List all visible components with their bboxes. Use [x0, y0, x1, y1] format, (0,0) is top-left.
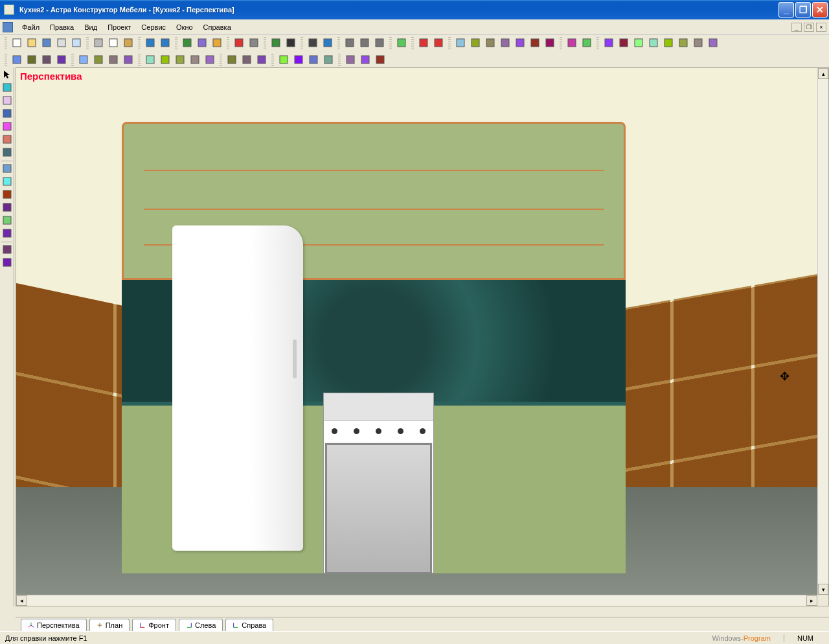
toolbar-view2-button[interactable] — [468, 36, 483, 51]
toolbar-zoom-fit-button[interactable] — [372, 36, 387, 51]
menu-file[interactable]: Файл — [17, 21, 45, 33]
toolbar-view6-button[interactable] — [528, 36, 542, 51]
toolbar-grid-button[interactable] — [180, 36, 194, 51]
view-tab-plan[interactable]: План — [89, 619, 130, 631]
toolbar-save-button[interactable] — [40, 36, 54, 51]
toolbar-sigma-button[interactable] — [284, 36, 298, 51]
toolbar-view4-button[interactable] — [498, 36, 512, 51]
toolbar-print-button[interactable] — [54, 36, 69, 51]
toolbar-ext3-button[interactable] — [173, 53, 187, 67]
toolbar-copy-button[interactable] — [106, 36, 120, 51]
maximize-button[interactable]: ❐ — [795, 2, 811, 17]
vtool-t-blue-button[interactable] — [0, 227, 14, 240]
toolbar-dim2-button[interactable] — [25, 53, 39, 67]
scroll-up-button[interactable]: ▴ — [818, 68, 828, 79]
toolbar-view5-button[interactable] — [513, 36, 527, 51]
toolbar-dim4-button[interactable] — [54, 53, 69, 67]
vtool-t-cyan-button[interactable] — [0, 214, 14, 227]
toolbar-fit1-button[interactable] — [225, 53, 239, 67]
mdi-restore-button[interactable]: ❐ — [804, 23, 814, 32]
toolbar-dimC-button[interactable] — [106, 53, 120, 67]
scroll-down-button[interactable]: ▾ — [818, 584, 828, 595]
toolbar-snap2-button[interactable] — [431, 36, 446, 51]
horizontal-scrollbar[interactable]: ◂ ▸ — [16, 595, 817, 606]
toolbar-help-button[interactable] — [321, 36, 335, 51]
toolbar-camera-button[interactable] — [306, 36, 320, 51]
toolbar-dimD-button[interactable] — [121, 53, 135, 67]
close-button[interactable]: ✕ — [812, 2, 828, 17]
mdi-close-button[interactable]: × — [816, 23, 826, 32]
view-tab-axes3d[interactable]: Перспектива — [21, 619, 87, 632]
toolbar-tool2-button[interactable] — [358, 53, 372, 67]
toolbar-view1-button[interactable] — [453, 36, 468, 51]
toolbar-fit2-button[interactable] — [240, 53, 254, 67]
vtool-t-red-button[interactable] — [0, 163, 14, 176]
vtool-scissors-button[interactable] — [0, 146, 14, 159]
vtool-select-button[interactable] — [0, 69, 14, 82]
vtool-point-button[interactable] — [0, 82, 14, 95]
toolbar-win2-button[interactable] — [617, 36, 631, 51]
toolbar-screw-red-button[interactable] — [232, 36, 246, 51]
toolbar-undo-button[interactable] — [143, 36, 157, 51]
toolbar-paste-button[interactable] — [121, 36, 135, 51]
toolbar-tool1-button[interactable] — [343, 53, 358, 67]
toolbar-fit3-button[interactable] — [255, 53, 269, 67]
toolbar-orbit-button[interactable] — [394, 36, 409, 51]
scroll-right-button[interactable]: ▸ — [806, 595, 817, 606]
menu-project[interactable]: Проект — [102, 21, 136, 33]
toolbar-zoom-out-button[interactable] — [358, 36, 372, 51]
toolbar-win1-button[interactable] — [602, 36, 616, 51]
vtool-measure2-button[interactable] — [0, 257, 14, 270]
menu-help[interactable]: Справка — [198, 21, 236, 33]
toolbar-screw-gray-button[interactable] — [247, 36, 261, 51]
menu-view[interactable]: Вид — [79, 21, 102, 33]
toolbar-new-button[interactable] — [10, 36, 24, 51]
toolbar-open-button[interactable] — [25, 36, 39, 51]
toolbar-win8-button[interactable] — [706, 36, 720, 51]
toolbar-ext5-button[interactable] — [203, 53, 217, 67]
toolbar-tool3-button[interactable] — [373, 53, 387, 67]
toolbar-prim-misc-button[interactable] — [321, 53, 335, 67]
view-tab-left[interactable]: Слева — [179, 619, 223, 631]
toolbar-win3-button[interactable] — [631, 36, 646, 51]
toolbar-render2-button[interactable] — [580, 36, 594, 51]
menu-window[interactable]: Окно — [171, 21, 198, 33]
mdi-minimize-button[interactable]: _ — [791, 23, 802, 32]
vtool-measure1-button[interactable] — [0, 244, 14, 257]
toolbar-dim1-button[interactable] — [10, 53, 24, 67]
toolbar-dimB-button[interactable] — [91, 53, 106, 67]
toolbar-redo-button[interactable] — [158, 36, 172, 51]
toolbar-prim-box-button[interactable] — [277, 53, 291, 67]
toolbar-snap1-button[interactable] — [416, 36, 431, 51]
menu-edit[interactable]: Правка — [45, 21, 79, 33]
toolbar-win5-button[interactable] — [661, 36, 676, 51]
view-tab-right[interactable]: Справа — [225, 619, 273, 631]
vtool-rect-button[interactable] — [0, 95, 14, 108]
toolbar-win7-button[interactable] — [691, 36, 705, 51]
toolbar-ext2-button[interactable] — [158, 53, 172, 67]
scroll-left-button[interactable]: ◂ — [16, 595, 27, 606]
toolbar-prim-cyl-button[interactable] — [291, 53, 306, 67]
toolbar-win4-button[interactable] — [646, 36, 661, 51]
toolbar-layers-button[interactable] — [195, 36, 209, 51]
toolbar-prim-cone-button[interactable] — [306, 53, 321, 67]
vertical-scrollbar[interactable]: ▴ ▾ — [817, 68, 828, 595]
toolbar-color-button[interactable] — [210, 36, 224, 51]
toolbar-view3-button[interactable] — [483, 36, 497, 51]
view-tab-front[interactable]: Фронт — [132, 619, 176, 631]
toolbar-cut-button[interactable] — [91, 36, 106, 51]
vtool-t-orange-button[interactable] — [0, 176, 14, 189]
vtool-line-button[interactable] — [0, 133, 14, 146]
toolbar-ext4-button[interactable] — [188, 53, 202, 67]
toolbar-render1-button[interactable] — [565, 36, 579, 51]
viewport-canvas[interactable]: ✥ — [16, 68, 828, 606]
toolbar-win6-button[interactable] — [676, 36, 690, 51]
toolbar-dim3-button[interactable] — [40, 53, 54, 67]
vtool-t-green-button[interactable] — [0, 201, 14, 214]
toolbar-view7-button[interactable] — [543, 36, 557, 51]
vtool-oval-button[interactable] — [0, 121, 14, 133]
minimize-button[interactable]: _ — [778, 2, 794, 17]
toolbar-preview-button[interactable] — [69, 36, 84, 51]
toolbar-ext1-button[interactable] — [143, 53, 157, 67]
toolbar-dimA-button[interactable] — [76, 53, 91, 67]
